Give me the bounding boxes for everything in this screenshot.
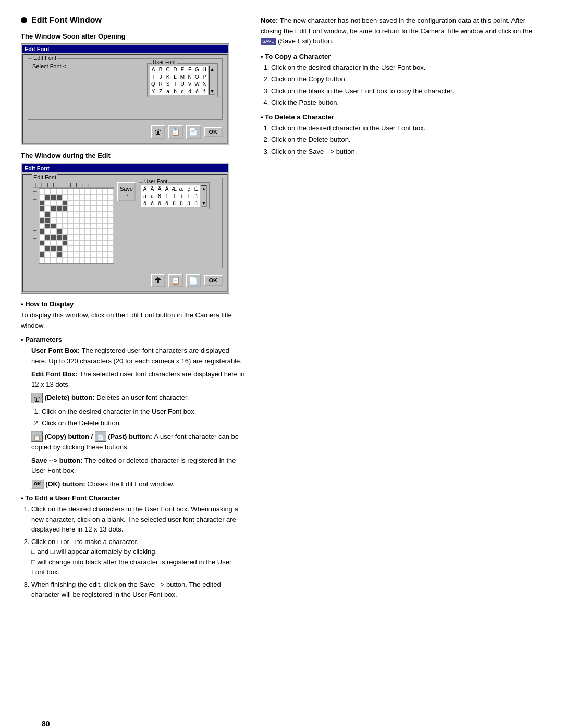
gc[interactable] — [51, 235, 56, 240]
gc[interactable] — [108, 189, 114, 194]
gc[interactable] — [62, 246, 68, 252]
gc[interactable] — [96, 212, 102, 217]
gc[interactable] — [56, 257, 62, 263]
gc[interactable] — [91, 189, 96, 194]
gc[interactable] — [85, 229, 91, 235]
gc[interactable] — [45, 217, 51, 223]
gc[interactable] — [45, 223, 51, 229]
gc[interactable] — [62, 194, 68, 200]
gc[interactable] — [39, 235, 45, 240]
gc[interactable] — [62, 240, 68, 246]
gc[interactable] — [62, 217, 68, 223]
gc[interactable] — [56, 189, 62, 194]
gc[interactable] — [96, 257, 102, 263]
gc[interactable] — [91, 217, 96, 223]
gc[interactable] — [74, 257, 79, 263]
gc[interactable] — [51, 194, 56, 200]
gc[interactable] — [68, 223, 74, 229]
gc[interactable] — [85, 252, 91, 257]
gc[interactable] — [102, 217, 108, 223]
gc[interactable] — [79, 206, 85, 212]
gc[interactable] — [91, 229, 96, 235]
gc[interactable] — [74, 200, 79, 206]
gc[interactable] — [45, 212, 51, 217]
gc[interactable] — [91, 200, 96, 206]
gc[interactable] — [45, 229, 51, 235]
gc[interactable] — [85, 206, 91, 212]
gc[interactable] — [91, 223, 96, 229]
gc[interactable] — [68, 252, 74, 257]
gc[interactable] — [68, 189, 74, 194]
gc[interactable] — [39, 252, 45, 257]
gc[interactable] — [79, 229, 85, 235]
gc[interactable] — [85, 189, 91, 194]
gc[interactable] — [102, 252, 108, 257]
gc[interactable] — [56, 235, 62, 240]
gc[interactable] — [45, 200, 51, 206]
gc[interactable] — [56, 206, 62, 212]
gc[interactable] — [79, 200, 85, 206]
gc[interactable] — [102, 240, 108, 246]
gc[interactable] — [108, 252, 114, 257]
gc[interactable] — [108, 206, 114, 212]
gc[interactable] — [91, 212, 96, 217]
gc[interactable] — [108, 240, 114, 246]
gc[interactable] — [68, 206, 74, 212]
gc[interactable] — [85, 246, 91, 252]
gc[interactable] — [108, 257, 114, 263]
gc[interactable] — [62, 206, 68, 212]
gc[interactable] — [45, 252, 51, 257]
gc[interactable] — [68, 246, 74, 252]
gc[interactable] — [96, 189, 102, 194]
gc[interactable] — [96, 223, 102, 229]
gc[interactable] — [68, 235, 74, 240]
gc[interactable] — [108, 229, 114, 235]
gc[interactable] — [96, 246, 102, 252]
gc[interactable] — [79, 194, 85, 200]
gc[interactable] — [91, 257, 96, 263]
gc[interactable] — [74, 240, 79, 246]
gc[interactable] — [56, 240, 62, 246]
gc[interactable] — [102, 206, 108, 212]
gc[interactable] — [68, 217, 74, 223]
gc[interactable] — [45, 235, 51, 240]
ok-button-1[interactable]: OK — [204, 127, 223, 137]
gc[interactable] — [102, 223, 108, 229]
gc[interactable] — [68, 212, 74, 217]
gc[interactable] — [108, 235, 114, 240]
gc[interactable] — [79, 246, 85, 252]
gc[interactable] — [39, 217, 45, 223]
gc[interactable] — [85, 235, 91, 240]
gc[interactable] — [51, 206, 56, 212]
gc[interactable] — [51, 246, 56, 252]
gc[interactable] — [96, 217, 102, 223]
gc[interactable] — [79, 257, 85, 263]
gc[interactable] — [91, 246, 96, 252]
gc[interactable] — [91, 240, 96, 246]
gc[interactable] — [79, 240, 85, 246]
gc[interactable] — [96, 252, 102, 257]
gc[interactable] — [62, 252, 68, 257]
gc[interactable] — [85, 257, 91, 263]
gc[interactable] — [96, 235, 102, 240]
gc[interactable] — [79, 212, 85, 217]
gc[interactable] — [79, 217, 85, 223]
gc[interactable] — [62, 235, 68, 240]
gc[interactable] — [39, 240, 45, 246]
delete-button-icon-2[interactable]: 🗑 — [151, 274, 165, 287]
gc[interactable] — [85, 217, 91, 223]
gc[interactable] — [45, 246, 51, 252]
gc[interactable] — [102, 229, 108, 235]
gc[interactable] — [85, 212, 91, 217]
gc[interactable] — [56, 252, 62, 257]
gc[interactable] — [51, 223, 56, 229]
gc[interactable] — [56, 194, 62, 200]
gc[interactable] — [39, 212, 45, 217]
gc[interactable] — [39, 246, 45, 252]
gc[interactable] — [62, 212, 68, 217]
gc[interactable] — [102, 194, 108, 200]
gc[interactable] — [85, 223, 91, 229]
gc[interactable] — [79, 189, 85, 194]
gc[interactable] — [68, 240, 74, 246]
gc[interactable] — [85, 240, 91, 246]
